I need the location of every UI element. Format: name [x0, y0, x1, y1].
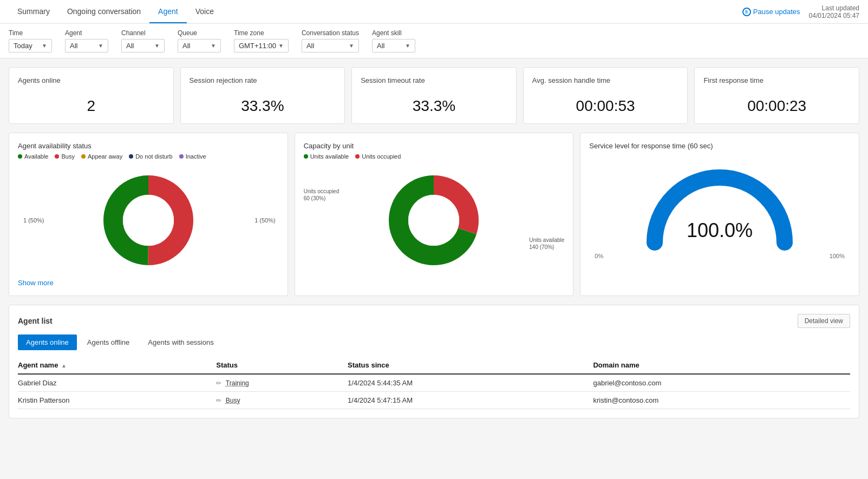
legend-units-occupied-dot [355, 154, 360, 159]
last-updated: Last updated 04/01/2024 05:47 [809, 4, 859, 19]
tab-ongoing-conversation[interactable]: Ongoing conversation [58, 0, 149, 23]
pause-icon: ⏸ [742, 8, 751, 16]
top-nav: Summary Ongoing conversation Agent Voice… [0, 0, 868, 24]
filter-channel-select[interactable]: All ▼ [121, 39, 165, 53]
svg-text:100.0%: 100.0% [687, 219, 753, 241]
metric-first-response: First response time 00:00:23 [694, 67, 859, 124]
agent-status-kristin: ✏ Busy [216, 392, 348, 409]
svg-point-5 [408, 195, 459, 246]
filter-queue: Queue All ▼ [178, 29, 221, 53]
gauge-max-label: 100% [830, 253, 845, 259]
filter-agent-label: Agent [65, 29, 108, 37]
service-level-gauge: 100.0% 0% 100% [589, 153, 850, 261]
col-domain-name[interactable]: Domain name [593, 357, 850, 374]
legend-appear-away: Appear away [81, 153, 122, 160]
legend-units-available-label: Units available [310, 153, 349, 160]
agent-availability-legend: Available Busy Appear away Do not distur… [18, 153, 279, 160]
donut-label-left: 1 (50%) [23, 217, 44, 224]
filter-agent-skill-label: Agent skill [372, 29, 415, 37]
capacity-legend: Units available Units occupied [304, 153, 565, 160]
filter-agent-skill-value: All [377, 42, 384, 50]
filter-conv-status: Conversation status All ▼ [302, 29, 359, 53]
legend-appear-away-label: Appear away [88, 153, 122, 160]
col-status[interactable]: Status [216, 357, 348, 374]
legend-available-dot [18, 154, 22, 159]
filter-timezone-value: GMT+11:00 [239, 42, 276, 50]
table-row: Kristin Patterson ✏ Busy 1/4/2024 5:47:1… [18, 392, 850, 409]
metric-avg-handle-time: Avg. session handle time 00:00:53 [523, 67, 688, 124]
legend-available-label: Available [24, 153, 48, 160]
filter-agent-skill: Agent skill All ▼ [372, 29, 415, 53]
filter-timezone-label: Time zone [234, 29, 289, 37]
filters-bar: Time Today ▼ Agent All ▼ Channel All ▼ Q… [0, 24, 868, 58]
tab-agents-with-sessions[interactable]: Agents with sessions [140, 334, 221, 350]
capacity-card: Capacity by unit Units available Units o… [295, 133, 574, 296]
legend-busy-label: Busy [61, 153, 74, 160]
legend-busy: Busy [55, 153, 74, 160]
filter-timezone: Time zone GMT+11:00 ▼ [234, 29, 289, 53]
chevron-down-icon: ▼ [349, 43, 354, 49]
status-badge-gabriel: Training [226, 379, 249, 387]
metric-session-timeout-title: Session timeout rate [361, 76, 507, 84]
metric-agents-online-value: 2 [18, 97, 165, 115]
agent-list-header: Agent list Detailed view [18, 314, 850, 328]
agent-name-kristin: Kristin Patterson [18, 392, 216, 409]
capacity-label-available: Units available 140 (70%) [529, 237, 564, 251]
filter-time: Time Today ▼ [9, 29, 52, 53]
tab-agents-online[interactable]: Agents online [18, 334, 77, 350]
tab-voice[interactable]: Voice [187, 0, 223, 23]
filter-queue-value: All [182, 42, 190, 50]
filter-conv-status-value: All [306, 42, 314, 50]
legend-inactive-label: Inactive [186, 153, 206, 160]
col-agent-name[interactable]: Agent name ▲ [18, 357, 216, 374]
filter-agent-select[interactable]: All ▼ [65, 39, 108, 53]
legend-units-available-dot [304, 154, 308, 159]
service-level-title: Service level for response time (60 sec) [589, 142, 850, 150]
legend-dnd-label: Do not disturb [135, 153, 172, 160]
agent-domain-gabriel: gabriel@contoso.com [593, 374, 850, 392]
capacity-title: Capacity by unit [304, 142, 565, 150]
metric-agents-online-title: Agents online [18, 76, 165, 84]
agent-name-gabriel: Gabriel Diaz [18, 374, 216, 392]
legend-busy-dot [55, 154, 59, 159]
show-more-button[interactable]: Show more [18, 279, 54, 287]
gauge-min-label: 0% [595, 253, 603, 259]
sort-icon-name: ▲ [61, 363, 67, 369]
filter-agent-value: All [70, 42, 77, 50]
agent-availability-donut: 1 (50%) 1 (50%) [18, 166, 279, 274]
filter-time-value: Today [14, 42, 32, 50]
pause-updates-button[interactable]: ⏸ Pause updates [742, 8, 800, 16]
filter-timezone-select[interactable]: GMT+11:00 ▼ [234, 39, 289, 53]
chevron-down-icon: ▼ [278, 43, 284, 49]
legend-dnd-dot [129, 154, 133, 159]
tab-agent[interactable]: Agent [149, 0, 187, 23]
agent-table: Agent name ▲ Status Status since Domain … [18, 357, 850, 409]
agent-status-gabriel: ✏ Training [216, 374, 348, 392]
chevron-down-icon: ▼ [405, 43, 410, 49]
detailed-view-button[interactable]: Detailed view [798, 314, 850, 328]
filter-conv-status-select[interactable]: All ▼ [302, 39, 359, 53]
metric-agents-online: Agents online 2 [9, 67, 174, 124]
col-status-since[interactable]: Status since [348, 357, 593, 374]
agent-status-since-gabriel: 1/4/2024 5:44:35 AM [348, 374, 593, 392]
service-level-card: Service level for response time (60 sec)… [580, 133, 859, 296]
table-row: Gabriel Diaz ✏ Training 1/4/2024 5:44:35… [18, 374, 850, 392]
legend-units-available: Units available [304, 153, 349, 160]
edit-icon[interactable]: ✏ [216, 397, 221, 404]
last-updated-value: 04/01/2024 05:47 [809, 12, 859, 19]
filter-time-select[interactable]: Today ▼ [9, 39, 52, 53]
metrics-row: Agents online 2 Session rejection rate 3… [9, 67, 859, 124]
metric-session-timeout: Session timeout rate 33.3% [351, 67, 517, 124]
tab-agents-offline[interactable]: Agents offline [79, 334, 138, 350]
filter-queue-select[interactable]: All ▼ [178, 39, 221, 53]
capacity-donut-svg [382, 169, 485, 272]
metric-session-rejection: Session rejection rate 33.3% [180, 67, 345, 124]
agent-availability-title: Agent availability status [18, 142, 279, 150]
agent-status-since-kristin: 1/4/2024 5:47:15 AM [348, 392, 593, 409]
legend-inactive-dot [179, 154, 184, 159]
metric-session-rejection-value: 33.3% [190, 97, 336, 115]
tab-summary[interactable]: Summary [9, 0, 58, 23]
chevron-down-icon: ▼ [211, 43, 216, 49]
edit-icon[interactable]: ✏ [216, 379, 221, 387]
filter-agent-skill-select[interactable]: All ▼ [372, 39, 415, 53]
